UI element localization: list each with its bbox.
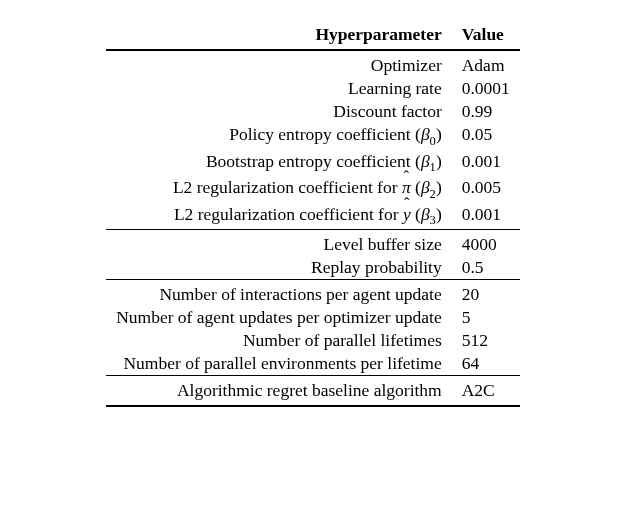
table-row: Learning rate 0.0001 [106,77,520,100]
col-header-value: Value [452,20,520,50]
table-row: Replay probability 0.5 [106,256,520,280]
hp-value: 0.005 [452,176,520,203]
table-row: Number of interactions per agent update … [106,280,520,307]
hp-value: 0.001 [452,203,520,230]
hp-value: Adam [452,50,520,77]
hp-label: Number of agent updates per optimizer up… [106,306,452,329]
hp-value: 0.5 [452,256,520,280]
hp-label: Learning rate [106,77,452,100]
hp-value: 512 [452,329,520,352]
hp-label: Number of parallel environments per life… [106,352,452,376]
hp-label: Number of interactions per agent update [106,280,452,307]
table-row: Number of agent updates per optimizer up… [106,306,520,329]
hp-value: A2C [452,376,520,407]
hp-label: Optimizer [106,50,452,77]
hp-label: Level buffer size [106,230,452,257]
hp-label: Policy entropy coefficient (β0) [106,123,452,150]
hp-label: L2 regularization coefficient for y (β3) [106,203,452,230]
hyperparameter-table: Hyperparameter Value Optimizer Adam Lear… [106,20,520,407]
hp-label: Number of parallel lifetimes [106,329,452,352]
table-row: L2 regularization coefficient for π (β2)… [106,176,520,203]
hp-value: 0.001 [452,150,520,177]
hp-value: 0.99 [452,100,520,123]
col-header-hyperparameter: Hyperparameter [106,20,452,50]
table-row: L2 regularization coefficient for y (β3)… [106,203,520,230]
hp-value: 20 [452,280,520,307]
hp-value: 64 [452,352,520,376]
hp-value: 4000 [452,230,520,257]
table-row: Algorithmic regret baseline algorithm A2… [106,376,520,407]
table-row: Number of parallel lifetimes 512 [106,329,520,352]
hp-label: Replay probability [106,256,452,280]
hp-label: Bootstrap entropy coefficient (β1) [106,150,452,177]
table-row: Policy entropy coefficient (β0) 0.05 [106,123,520,150]
hp-value: 0.05 [452,123,520,150]
table-row: Optimizer Adam [106,50,520,77]
table-row: Number of parallel environments per life… [106,352,520,376]
hp-value: 5 [452,306,520,329]
hp-label: L2 regularization coefficient for π (β2) [106,176,452,203]
table-row: Bootstrap entropy coefficient (β1) 0.001 [106,150,520,177]
hp-label: Discount factor [106,100,452,123]
table-row: Discount factor 0.99 [106,100,520,123]
hp-label: Algorithmic regret baseline algorithm [106,376,452,407]
hp-value: 0.0001 [452,77,520,100]
table-row: Level buffer size 4000 [106,230,520,257]
